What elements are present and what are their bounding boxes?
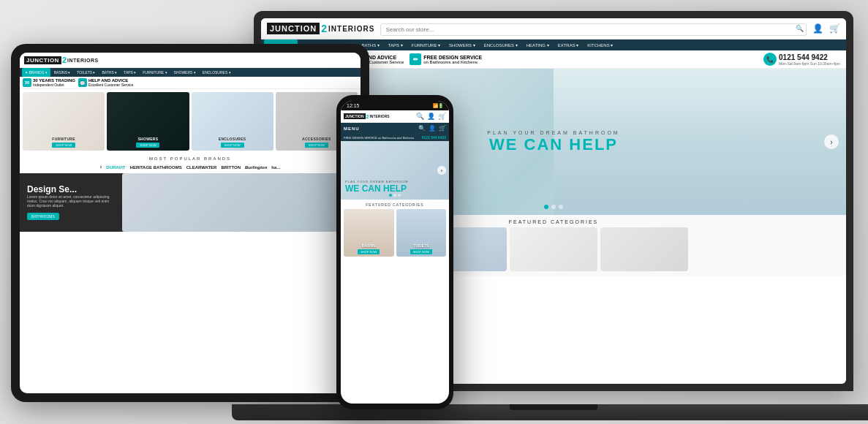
- phone-cat-grid: BASINS SHOP NOW TOILETS SHOP NOW: [344, 209, 446, 257]
- phone-cart-icon[interactable]: 🛒: [438, 113, 446, 120]
- laptop-cat-3: [600, 227, 688, 271]
- phone-menu-search[interactable]: 🔍: [418, 125, 426, 132]
- tablet-nav-baths[interactable]: BATHS ▾: [99, 68, 121, 77]
- laptop-info-design: ✏ FREE DESIGN SERVICE on Bathrooms and K…: [410, 53, 482, 66]
- laptop-nav-furniture[interactable]: FURNITURE ▾: [408, 39, 444, 50]
- tablet-logo-2: 2: [62, 56, 67, 64]
- tablet-nav-home[interactable]: ✦ BRANDS ▾: [22, 68, 50, 77]
- laptop-nav-taps[interactable]: TAPS ▾: [385, 39, 407, 50]
- tablet-nav-enclosures[interactable]: ENCLOSURES ▾: [200, 68, 234, 77]
- phone-menu-icons: 🔍 👤 🛒: [418, 125, 446, 132]
- phone-header: JUNCTION 2 INTERIORS 🔍 👤 🛒: [341, 110, 449, 123]
- cart-icon[interactable]: 🛒: [829, 23, 840, 34]
- phone-info-phone: 0121 544 9422: [422, 135, 446, 140]
- design-icon: ✏: [410, 53, 421, 65]
- hero-next-arrow[interactable]: ›: [824, 135, 839, 149]
- tablet-device: JUNCTION 2 INTERIORS ✦ BRANDS ▾ BASINS ▾…: [11, 44, 369, 402]
- tablet-nav-taps[interactable]: TAPS ▾: [121, 68, 139, 77]
- tablet-info-help: 💬 HELP AND ADVICEExcellent Customer Serv…: [78, 78, 133, 87]
- tablet-nav-furniture[interactable]: FURNITURE ▾: [140, 68, 170, 77]
- phone-signal-icons: 📶🔋: [433, 103, 443, 108]
- tablet-body: JUNCTION 2 INTERIORS ✦ BRANDS ▾ BASINS ▾…: [11, 44, 369, 402]
- phone-cat-basins: BASINS SHOP NOW: [344, 209, 394, 257]
- tablet-logo-interiors: INTERIORS: [67, 58, 99, 63]
- tablet-cat-showers: SHOWERS SHOP NOW: [107, 92, 189, 151]
- tablet-categories-row: FURNITURE SHOP NOW SHOWERS SHOP NOW ENCL…: [20, 89, 361, 154]
- tablet-cat-accessories-btn[interactable]: SHOP NOW: [305, 143, 328, 148]
- phone-cat-toilets: TOILETS SHOP NOW: [396, 209, 447, 257]
- tablet-cat-furniture: FURNITURE SHOP NOW: [23, 92, 105, 151]
- phone-header-icons: 🔍 👤 🛒: [416, 113, 446, 120]
- phone-hero-text: PLAN YOUR DREAM BATHROOM WE CAN HELP: [345, 180, 409, 194]
- tablet-nav-basins[interactable]: BASINS ▾: [51, 68, 74, 77]
- phone-feat-cat-title: FEATURED CATEGORIES: [344, 202, 446, 207]
- phone-menu-bar: MENU 🔍 👤 🛒: [341, 123, 449, 134]
- tablet-design-desc: Lorem ipsum dolor sit amet, consectetur …: [27, 194, 115, 208]
- tablet-info-bar: 30 30 YEARS TRADINGIndependent Outlet 💬 …: [20, 77, 361, 89]
- phone-logo-interiors: INTERIORS: [369, 114, 389, 118]
- phone-screen: 12:15 📶🔋 JUNCTION 2 INTERIORS 🔍 👤 🛒 MENU: [341, 101, 449, 404]
- phone-hero-arrow[interactable]: ›: [437, 166, 446, 175]
- phone-logo: JUNCTION 2 INTERIORS: [344, 113, 390, 119]
- tablet-cat-enclosures-label: ENCLOSURES: [219, 137, 246, 141]
- tablet-nav-showers[interactable]: SHOWERS ▾: [171, 68, 199, 77]
- brand-duravit: DURAVIT: [106, 165, 125, 170]
- tablet-cat-furniture-btn[interactable]: SHOP NOW: [52, 143, 75, 148]
- laptop-search-input[interactable]: [380, 23, 807, 36]
- brand-heritage: HERITAGE BATHROOMS: [130, 165, 182, 170]
- phone-logo-2: 2: [366, 114, 369, 119]
- phone-hero: PLAN YOUR DREAM BATHROOM WE CAN HELP ›: [341, 141, 449, 200]
- hero-dot-3: [559, 205, 563, 209]
- tablet-trading-icon: 30: [23, 78, 31, 87]
- phone-cat-basins-btn[interactable]: SHOP NOW: [358, 249, 380, 254]
- laptop-nav-showers[interactable]: SHOWERS ▾: [445, 39, 479, 50]
- hero-dot-2: [551, 205, 556, 209]
- phone-cat-toilets-btn[interactable]: SHOP NOW: [410, 249, 432, 254]
- search-icon: 🔍: [796, 25, 804, 32]
- brand-arrow-prev[interactable]: ‹: [100, 164, 102, 170]
- tablet-logo-junction: JUNCTION: [24, 56, 61, 64]
- phone-user-icon[interactable]: 👤: [427, 113, 435, 120]
- laptop-nav-enclosures[interactable]: ENCLOSURES ▾: [480, 39, 521, 50]
- tablet-info-trading: 30 30 YEARS TRADINGIndependent Outlet: [23, 78, 75, 87]
- laptop-nav-extras[interactable]: EXTRAS ▾: [554, 39, 583, 50]
- tablet-nav-toilets[interactable]: TOILETS ▾: [74, 68, 98, 77]
- phone-hero-dots: [389, 194, 401, 197]
- tablet-brands-row: ‹ DURAVIT HERITAGE BATHROOMS CLEARWATER …: [24, 164, 356, 170]
- phone-info-service: FREE DESIGN SERVICE on Bathrooms and Kit…: [344, 136, 414, 140]
- laptop-nav-heating[interactable]: HEATING ▾: [523, 39, 553, 50]
- phone-cat-toilets-label: TOILETS: [413, 243, 429, 248]
- phone-status-bar: 12:15 📶🔋: [341, 101, 449, 110]
- laptop-search[interactable]: 🔍: [380, 21, 807, 36]
- laptop-hero-title: WE CAN HELP: [487, 135, 619, 154]
- laptop-hero-dots: [544, 205, 563, 209]
- hero-dot-1: [544, 205, 548, 209]
- laptop-phone-details: 0121 544 9422 Mon-Sat 9am-6pm Sun 10:30a…: [779, 53, 840, 66]
- laptop-hero-subtitle: PLAN YOUR DREAM BATHROOM: [487, 130, 619, 135]
- laptop-header: JUNCTION 2 INTERIORS 🔍 👤 🛒: [261, 18, 846, 39]
- tablet-screen: JUNCTION 2 INTERIORS ✦ BRANDS ▾ BASINS ▾…: [20, 53, 361, 393]
- tablet-brands-title: MOST POPULAR BRANDS: [24, 156, 356, 161]
- phone-search-icon[interactable]: 🔍: [416, 113, 424, 120]
- brand-more: ha...: [271, 165, 280, 170]
- tablet-design-banner: Design Se... Lorem ipsum dolor sit amet,…: [20, 173, 361, 232]
- laptop-nav-kitchens[interactable]: KITCHENS ▾: [584, 39, 616, 50]
- tablet-design-image: [122, 173, 353, 232]
- phone-featured-categories: FEATURED CATEGORIES BASINS SHOP NOW TOIL…: [341, 200, 449, 260]
- laptop-logo-junction: JUNCTION: [267, 23, 320, 34]
- tablet-help-text: HELP AND ADVICEExcellent Customer Servic…: [88, 78, 133, 87]
- tablet-help-icon: 💬: [78, 78, 87, 87]
- phone-menu-cart[interactable]: 🛒: [439, 125, 446, 132]
- tablet-cat-enclosures-btn[interactable]: SHOP NOW: [221, 143, 244, 148]
- laptop-info-phone: 📞 0121 544 9422 Mon-Sat 9am-6pm Sun 10:3…: [763, 53, 840, 66]
- phone-menu-label[interactable]: MENU: [344, 126, 360, 131]
- tablet-design-btn[interactable]: BATHROOMS: [27, 213, 59, 220]
- laptop-design-text: FREE DESIGN SERVICE on Bathrooms and Kit…: [423, 55, 482, 64]
- tablet-cat-accessories-label: ACCESSORIES: [302, 137, 331, 141]
- phone-menu-user[interactable]: 👤: [429, 125, 436, 132]
- tablet-header: JUNCTION 2 INTERIORS: [20, 53, 361, 68]
- laptop-hero-text: PLAN YOUR DREAM BATHROOM WE CAN HELP: [487, 130, 619, 154]
- user-icon[interactable]: 👤: [812, 23, 823, 34]
- tablet-cat-showers-btn[interactable]: SHOP NOW: [136, 143, 159, 148]
- tablet-nav: ✦ BRANDS ▾ BASINS ▾ TOILETS ▾ BATHS ▾ TA…: [20, 68, 361, 77]
